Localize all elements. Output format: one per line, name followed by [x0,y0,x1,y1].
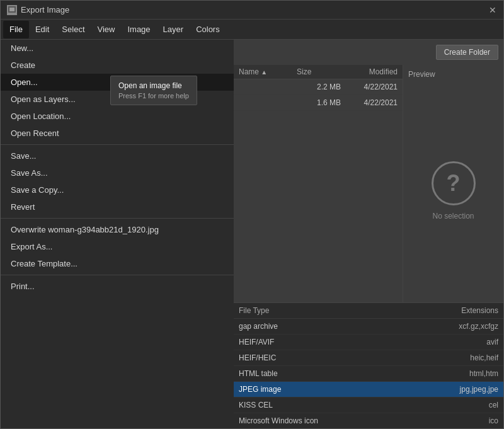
svg-rect-2 [9,8,14,11]
sort-arrow-icon: ▲ [261,69,267,76]
no-selection-text: No selection [432,212,474,220]
file-name-1 [239,83,297,91]
window-title: Export Image [21,5,69,14]
file-type-name-ico: Microsoft Windows icon [239,416,369,425]
menu-item-export-as[interactable]: Export As... [1,238,234,255]
file-type-name-heif-heic: HEIF/HEIC [239,353,369,362]
menu-colors[interactable]: Colors [190,21,226,38]
file-list: Name ▲ Size Modified 2.2 MB 4/22/2 [234,65,403,302]
menu-item-create-template[interactable]: Create Template... [1,255,234,272]
file-type-ext-kiss: cel [369,401,498,409]
menu-item-open-as-layers[interactable]: Open as Layers... [1,91,234,108]
close-button[interactable]: ✕ [488,6,497,14]
menu-item-save-as[interactable]: Save As... [1,164,234,181]
file-type-ext-html: html,htm [369,369,498,378]
file-type-ext-heif-avif: avif [369,338,498,346]
col-type-header: File Type [239,306,369,315]
menu-item-save[interactable]: Save... [1,147,234,164]
file-type-row-jpeg[interactable]: JPEG image jpg,jpeg,jpe [234,382,503,398]
file-row-2[interactable]: 1.6 MB 4/22/2021 [234,95,403,111]
col-header-size[interactable]: Size [297,67,341,76]
menu-item-revert[interactable]: Revert [1,198,234,215]
create-folder-button[interactable]: Create Folder [436,45,498,60]
file-type-name-kiss: KISS CEL [239,401,369,409]
preview-label: Preview [408,70,435,79]
file-type-ext-jpeg: jpg,jpeg,jpe [369,385,498,394]
menu-image[interactable]: Image [121,21,156,38]
menu-view[interactable]: View [91,21,122,38]
file-dropdown-panel: New... Create Open... Open as Layers... … [1,40,234,428]
menu-bar: File Edit Select View Image Layer Colors [1,20,503,40]
file-size-1: 2.2 MB [297,83,341,91]
file-type-row-heif-avif[interactable]: HEIF/AVIF avif [234,335,503,350]
menu-item-open[interactable]: Open... [1,74,234,91]
file-type-list: File Type Extensions gap archive xcf.gz,… [234,302,503,428]
menu-item-create[interactable]: Create [1,57,234,74]
separator-3 [1,275,234,275]
file-type-row-html[interactable]: HTML table html,htm [234,366,503,382]
file-modified-2: 4/22/2021 [341,98,398,107]
file-type-header: File Type Extensions [234,303,503,319]
file-list-header: Name ▲ Size Modified [234,65,403,79]
file-dropdown-menu: New... Create Open... Open as Layers... … [1,40,234,428]
file-type-name-gap: gap archive [239,322,369,331]
menu-item-open-location[interactable]: Open Location... [1,108,234,125]
file-name-2 [239,98,297,107]
file-size-2: 1.6 MB [297,98,341,107]
preview-icon-area: ? No selection [408,84,498,297]
file-type-name-jpeg: JPEG image [239,385,369,394]
file-type-ext-ico: ico [369,416,498,425]
file-type-ext-gap: xcf.gz,xcfgz [369,322,498,331]
col-ext-header: Extensions [369,306,498,315]
file-modified-1: 4/22/2021 [341,83,398,91]
file-list-area: Name ▲ Size Modified 2.2 MB 4/22/2 [234,65,503,302]
app-icon [7,5,17,15]
separator-2 [1,218,234,219]
toolbar-row: Create Folder [234,40,503,65]
menu-file[interactable]: File [3,21,29,38]
file-row-1[interactable]: 2.2 MB 4/22/2021 [234,79,403,95]
preview-pane: Preview ? No selection [403,65,503,302]
title-bar: Export Image ✕ [1,1,503,20]
separator-1 [1,144,234,145]
file-type-row-heif-heic[interactable]: HEIF/HEIC heic,heif [234,350,503,366]
file-type-ext-heif-heic: heic,heif [369,353,498,362]
menu-edit[interactable]: Edit [29,21,55,38]
right-pane: Create Folder Name ▲ Size Modified [234,40,503,428]
col-header-modified: Modified [341,67,398,76]
menu-select[interactable]: Select [55,21,91,38]
file-type-row-kiss[interactable]: KISS CEL cel [234,398,503,413]
menu-item-new[interactable]: New... [1,40,234,57]
menu-item-overwrite[interactable]: Overwrite woman-g394abb21d_1920.jpg [1,221,234,238]
file-type-row-gap[interactable]: gap archive xcf.gz,xcfgz [234,319,503,335]
col-header-name: Name ▲ [239,67,297,76]
file-type-row-ico[interactable]: Microsoft Windows icon ico [234,413,503,428]
no-preview-icon: ? [432,161,476,205]
file-type-name-heif-avif: HEIF/AVIF [239,338,369,346]
menu-item-print[interactable]: Print... [1,278,234,295]
file-type-name-html: HTML table [239,369,369,378]
main-content: New... Create Open... Open as Layers... … [1,40,503,428]
menu-item-open-recent[interactable]: Open Recent [1,125,234,142]
main-window: Export Image ✕ File Edit Select View Ima… [0,0,504,429]
menu-layer[interactable]: Layer [157,21,190,38]
menu-item-save-copy[interactable]: Save a Copy... [1,181,234,198]
title-bar-left: Export Image [7,5,69,15]
